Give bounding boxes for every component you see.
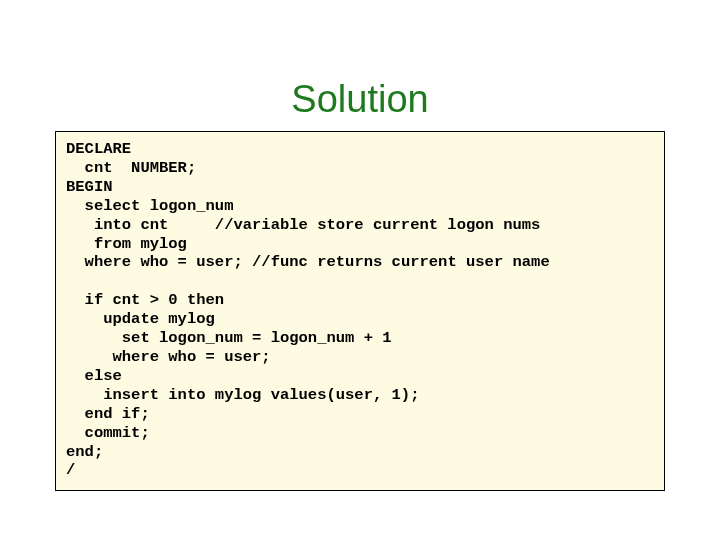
code-line: where who = user; <box>66 348 271 366</box>
code-line: cnt NUMBER; <box>66 159 196 177</box>
code-keyword-user: user <box>196 253 233 271</box>
code-block: DECLARE cnt NUMBER; BEGIN select logon_n… <box>66 140 654 480</box>
code-line: set logon_num = logon_num + 1 <box>66 329 392 347</box>
code-line: where who = <box>66 253 196 271</box>
code-line: / <box>66 461 75 479</box>
code-comment: //func returns current user name <box>252 253 550 271</box>
code-line: into cnt <box>66 216 215 234</box>
code-line: commit; <box>66 424 150 442</box>
code-line: update mylog <box>66 310 215 328</box>
code-line: select logon_num <box>66 197 233 215</box>
code-line: else <box>66 367 122 385</box>
code-text: ; <box>233 253 252 271</box>
code-line: end; <box>66 443 103 461</box>
code-line: BEGIN <box>66 178 113 196</box>
code-line: DECLARE <box>66 140 131 158</box>
slide-title: Solution <box>0 0 720 131</box>
code-line: insert into mylog values(user, 1); <box>66 386 419 404</box>
slide: Solution DECLARE cnt NUMBER; BEGIN selec… <box>0 0 720 540</box>
code-line: if cnt > 0 then <box>66 291 224 309</box>
code-line: from mylog <box>66 235 187 253</box>
code-box: DECLARE cnt NUMBER; BEGIN select logon_n… <box>55 131 665 491</box>
code-line: end if; <box>66 405 150 423</box>
code-comment: //variable store current logon nums <box>215 216 541 234</box>
